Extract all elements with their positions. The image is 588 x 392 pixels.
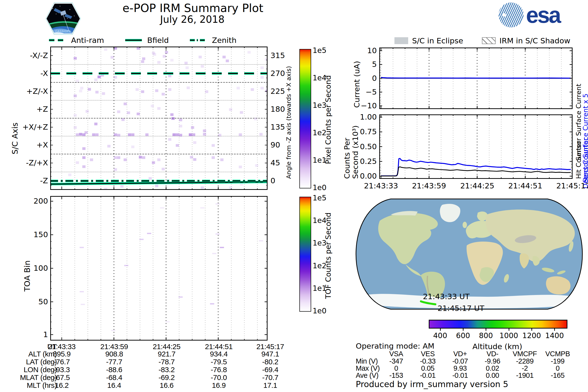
zenith-line-icon bbox=[190, 38, 206, 42]
altitude-colorbar bbox=[429, 320, 568, 328]
toa-tick-label: 100 bbox=[15, 264, 48, 272]
ephemeris-value: -70.0 bbox=[196, 374, 242, 382]
hit-counter bbox=[381, 167, 571, 176]
anti-ram-label: Anti-ram bbox=[71, 36, 104, 44]
pixel-colorbar-tick: 1e1 bbox=[312, 156, 332, 164]
ephemeris-value: 947.1 bbox=[247, 350, 294, 358]
altitude-tick-label: 1400 bbox=[540, 331, 569, 340]
plot-cnt-y-tick: 0.25 bbox=[342, 157, 377, 166]
voltage-value: -0.01 bbox=[412, 372, 444, 380]
toa-tick-label: 50 bbox=[15, 297, 48, 306]
ephemeris-value: 17.1 bbox=[247, 381, 294, 390]
altitude-tick-mark bbox=[508, 328, 509, 331]
plot-cur-y-tick: −10 bbox=[342, 101, 377, 110]
toa-tick-label: 200 bbox=[15, 196, 48, 205]
plot-cnt-y-tick: 0.50 bbox=[342, 142, 377, 151]
plot-cur-y-tick: −5 bbox=[342, 88, 377, 96]
ephemeris-value: 21:44:25 bbox=[143, 342, 190, 351]
sc-axis-row-label: +Z bbox=[15, 104, 48, 114]
page-date: July 26, 2018 bbox=[122, 14, 262, 25]
ephemeris-value: 21:45:17 bbox=[247, 342, 294, 351]
vector-legend: Anti-ram Bfield Zenith bbox=[49, 36, 236, 44]
ephemeris-value: -67.5 bbox=[38, 374, 85, 382]
pixel-colorbar-tick: 1e5 bbox=[312, 46, 332, 55]
cassiope-mission-patch: CASSIOPE bbox=[45, 1, 81, 36]
angle-tick-label: 90 bbox=[270, 140, 292, 149]
ephemeris-value: -77.7 bbox=[91, 358, 138, 366]
ephemeris-value: 21:43:33 bbox=[38, 342, 85, 351]
plot-cnt-y-tick: 0.75 bbox=[342, 127, 377, 136]
voltage-value: -0.01 bbox=[444, 372, 476, 380]
sc-axis-row-label: +X bbox=[15, 140, 48, 149]
ephemeris-value: 16.6 bbox=[143, 381, 190, 390]
ephemeris-value: 16.4 bbox=[91, 381, 138, 390]
pixel-colorbar-tick: 1e0 bbox=[312, 183, 332, 192]
ephemeris-value: -79.5 bbox=[196, 358, 242, 366]
counters-plot bbox=[379, 114, 572, 179]
ephemeris-value: -80.2 bbox=[247, 358, 294, 366]
ephemeris-value: 16.2 bbox=[38, 381, 85, 390]
ephemeris-value: 16.9 bbox=[196, 381, 242, 390]
voltage-column-header: VCMPB bbox=[542, 350, 574, 358]
voltage-column-header: VMCPF bbox=[509, 350, 541, 358]
ephemeris-value: -78.7 bbox=[143, 358, 190, 366]
esa-logo: esa bbox=[498, 2, 560, 28]
ephemeris-value: -69.4 bbox=[247, 366, 294, 374]
sc-axis-row-label: -X/-Z bbox=[15, 51, 48, 60]
esa-wordmark: esa bbox=[526, 4, 560, 26]
hit-counter-label: Hit Counter bbox=[575, 122, 582, 179]
voltage-column-header: VD- bbox=[476, 350, 508, 358]
eclipse-label: S/C in Eclipse bbox=[412, 36, 463, 45]
tof-counts-colorbar bbox=[300, 197, 311, 312]
shadow-swatch-icon bbox=[482, 37, 496, 44]
ephemeris-value: 21:43:59 bbox=[91, 342, 138, 351]
altitude-tick-mark bbox=[463, 328, 464, 331]
zenith-label: Zenith bbox=[212, 36, 236, 44]
time-tick-label: 21:43:33 bbox=[358, 181, 404, 190]
sensor-current-plot bbox=[379, 48, 572, 109]
plot-cur-y-tick: 0 bbox=[342, 74, 377, 82]
irm-summary-page: CASSIOPE e-POP IRM Summary Plot July 26,… bbox=[0, 0, 588, 392]
toa-bin-spectrogram-plot bbox=[50, 196, 268, 340]
operating-mode: Operating mode: AM bbox=[356, 342, 434, 350]
voltage-value: -153 bbox=[380, 372, 412, 380]
track-start-label: 21:43:33 UT bbox=[423, 292, 470, 301]
plot-cur-y-tick: 5 bbox=[342, 60, 377, 68]
altitude-tick-mark bbox=[486, 328, 486, 331]
ephemeris-value: -93.3 bbox=[38, 366, 85, 374]
ephemeris-value: 21:44:51 bbox=[196, 342, 242, 351]
ephemeris-value: -70.7 bbox=[247, 374, 294, 382]
sc-axis-row-label: -Z bbox=[15, 176, 48, 185]
voltage-column-header: VSA bbox=[380, 350, 412, 358]
angle-tick-label: 45 bbox=[270, 158, 292, 167]
shadow-label: IRM in S/C Shadow bbox=[500, 36, 570, 45]
ephemeris-value: 895.9 bbox=[38, 350, 85, 358]
ephemeris-value: -76.8 bbox=[196, 366, 242, 374]
track-end-label: 21:45:17 UT bbox=[438, 304, 484, 312]
shadow-legend: S/C in Eclipse IRM in S/C Shadow bbox=[394, 36, 570, 45]
ephemeris-value: 908.8 bbox=[91, 350, 138, 358]
time-tick-label: 21:44:25 bbox=[454, 181, 500, 190]
ephemeris-value: -88.6 bbox=[91, 366, 138, 374]
sc-axis-spectrogram-plot bbox=[50, 46, 268, 190]
tof-colorbar-tick: 1e1 bbox=[312, 284, 332, 292]
ephemeris-value: -68.4 bbox=[91, 374, 138, 382]
angle-tick-label: 270 bbox=[270, 69, 292, 78]
angle-tick-label: 135 bbox=[270, 122, 292, 131]
voltage-value: 0.00 bbox=[476, 372, 508, 380]
angle-tick-label: 0 bbox=[270, 176, 292, 185]
voltage-value: -1901 bbox=[509, 372, 541, 380]
sc-axis-row-label: -X bbox=[15, 69, 48, 78]
anti-ram-line-icon bbox=[49, 38, 66, 42]
esa-globe-icon bbox=[498, 2, 524, 28]
bfield-label: Bfield bbox=[147, 36, 169, 44]
toa-tick-label: 1 bbox=[15, 330, 48, 339]
altitude-tick-mark bbox=[440, 328, 441, 331]
voltage-value: -165 bbox=[542, 372, 574, 380]
ephemeris-value: 934.4 bbox=[196, 350, 242, 358]
sensor-surface-current-x5 bbox=[381, 78, 571, 78]
page-title: e-POP IRM Summary Plot bbox=[122, 2, 262, 15]
plot-cnt-y-tick: 1.00 bbox=[342, 112, 377, 121]
ephemeris-value: 921.7 bbox=[143, 350, 190, 358]
time-tick-label: 21:44:51 bbox=[502, 181, 548, 190]
